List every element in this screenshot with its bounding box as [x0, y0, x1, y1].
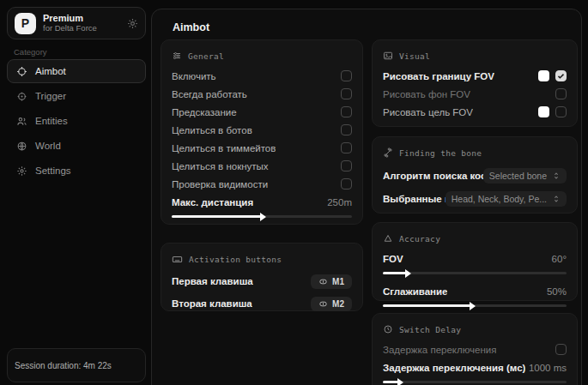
selected-bones-row: Выбранные кос Head, Neck, Body, Pe... — [383, 187, 567, 210]
draw-fov-target-checkbox[interactable] — [555, 106, 567, 117]
switch-delay-checkbox[interactable] — [555, 344, 567, 355]
selected-bones-select[interactable]: Head, Neck, Body, Pe... — [446, 191, 567, 207]
mouse-icon — [318, 277, 328, 286]
sidebar-item-aimbot[interactable]: Aimbot — [7, 59, 146, 83]
second-key-button[interactable]: M2 — [311, 297, 352, 311]
selected-value: Head, Neck, Body, Pe... — [452, 194, 547, 204]
triangle-icon — [383, 233, 393, 244]
general-card-title: General — [188, 51, 224, 61]
row-controls — [538, 70, 567, 81]
fov-border-color-swatch[interactable] — [538, 70, 549, 81]
page-title: Aimbot — [173, 21, 209, 33]
accuracy-card-header: Accuracy — [383, 232, 567, 245]
always-work-checkbox[interactable] — [341, 88, 352, 99]
slider-thumb[interactable] — [405, 269, 411, 278]
switch-delay-toggle-row: Задержка переключения — [383, 340, 567, 358]
slider-fill — [383, 304, 471, 307]
setting-label: Целиться в тиммейтов — [172, 143, 276, 153]
first-key-button[interactable]: M1 — [311, 274, 352, 289]
accuracy-card-title: Accuracy — [399, 234, 440, 244]
entities-icon — [16, 116, 27, 127]
draw-fov-background-checkbox[interactable] — [555, 88, 567, 99]
draw-fov-target-row: Рисовать цель FOV — [383, 103, 567, 121]
target-knocked-checkbox[interactable] — [341, 160, 352, 171]
fov-slider[interactable] — [383, 272, 567, 274]
switch-delay-card-header: Switch Delay — [383, 322, 567, 336]
sidebar-item-label: Trigger — [35, 91, 66, 101]
setting-row-target-teammates: Целиться в тиммейтов — [172, 139, 352, 157]
setting-label: Выбранные кос — [383, 194, 446, 204]
product-header[interactable]: P Premium for Delta Force — [7, 7, 146, 39]
chevron-up-down-icon — [552, 171, 561, 180]
setting-row-target-bots: Целиться в ботов — [172, 121, 352, 139]
bone-card-title: Finding the bone — [399, 148, 482, 158]
selected-value: Selected bone — [489, 171, 547, 181]
activation-card-header: Activation buttons — [172, 252, 352, 266]
slider-fill — [172, 215, 262, 218]
setting-label: Включить — [172, 71, 216, 81]
globe-icon — [16, 141, 27, 152]
image-icon — [383, 51, 393, 61]
trigger-icon — [16, 91, 27, 102]
target-teammates-checkbox[interactable] — [341, 142, 352, 153]
sliders-icon — [172, 51, 182, 61]
finding-bone-card: Finding the bone Алгоритм поиска кост Se… — [372, 136, 578, 214]
setting-label: Задержка переключения — [383, 345, 496, 355]
smoothing-slider[interactable] — [383, 304, 567, 307]
setting-label: Сглаживание — [383, 286, 447, 297]
enable-checkbox[interactable] — [341, 70, 352, 81]
draw-fov-border-checkbox[interactable] — [555, 70, 567, 81]
sidebar-item-label: Settings — [35, 165, 71, 176]
product-header-text: Premium for Delta Force — [43, 13, 120, 33]
fov-target-color-swatch[interactable] — [538, 106, 549, 117]
gear-icon[interactable] — [127, 18, 138, 29]
max-distance-value: 250m — [327, 197, 352, 208]
product-logo: P — [15, 13, 36, 34]
setting-row-visibility-check: Проверка видимости — [172, 175, 352, 193]
sidebar-item-label: Entities — [35, 116, 68, 126]
category-label: Category — [14, 47, 47, 57]
general-card-header: General — [172, 49, 352, 63]
draw-fov-background-row: Рисовать фон FOV — [383, 85, 567, 103]
slider-fill — [383, 381, 399, 383]
target-bots-checkbox[interactable] — [341, 124, 352, 135]
setting-label: Алгоритм поиска кост — [383, 171, 483, 181]
product-name: Premium — [43, 13, 120, 24]
sidebar-item-settings[interactable]: Settings — [7, 159, 146, 183]
fov-value: 60° — [552, 254, 567, 264]
switch-delay-ms-row: Задержка переключения (мс) 1000 ms — [383, 358, 567, 376]
setting-label: FOV — [383, 254, 403, 264]
switch-delay-card: Switch Delay Задержка переключения Задер… — [372, 313, 578, 385]
second-key-row: Вторая клавиша M2 — [172, 292, 352, 315]
setting-row-prediction: Предсказание — [172, 103, 352, 121]
visibility-check-checkbox[interactable] — [341, 178, 352, 189]
switch-delay-slider[interactable] — [383, 381, 567, 383]
setting-label: Целиться в ботов — [172, 125, 252, 135]
clock-icon — [383, 324, 393, 334]
bone-algorithm-select[interactable]: Selected bone — [483, 168, 567, 183]
bone-algorithm-row: Алгоритм поиска кост Selected bone — [383, 164, 567, 187]
sidebar-item-trigger[interactable]: Trigger — [7, 84, 146, 108]
setting-label: Рисовать фон FOV — [383, 89, 470, 99]
bone-card-header: Finding the bone — [383, 146, 567, 159]
setting-label: Рисовать цель FOV — [383, 107, 473, 117]
setting-label: Задержка переключения (мс) — [383, 363, 525, 373]
keyboard-icon — [172, 254, 183, 265]
setting-row-always-work: Всегда работать — [172, 85, 352, 103]
setting-row-max-distance: Макс. дистанция 250m — [172, 193, 352, 211]
slider-thumb[interactable] — [397, 378, 403, 385]
slider-thumb[interactable] — [470, 302, 476, 310]
product-subtitle: for Delta Force — [43, 24, 120, 33]
sidebar-item-entities[interactable]: Entities — [7, 109, 146, 133]
max-distance-slider[interactable] — [172, 215, 352, 218]
sidebar-item-world[interactable]: World — [7, 134, 146, 158]
visual-card: Visual Рисовать границу FOV Рисовать фон… — [372, 39, 578, 127]
prediction-checkbox[interactable] — [341, 106, 352, 117]
slider-thumb[interactable] — [260, 213, 266, 221]
sidebar-item-label: World — [35, 141, 61, 151]
visual-card-title: Visual — [399, 51, 430, 61]
row-controls — [555, 88, 567, 99]
fov-row: FOV 60° — [383, 250, 567, 268]
bone-icon — [383, 147, 393, 158]
setting-label: Вторая клавиша — [172, 298, 252, 309]
